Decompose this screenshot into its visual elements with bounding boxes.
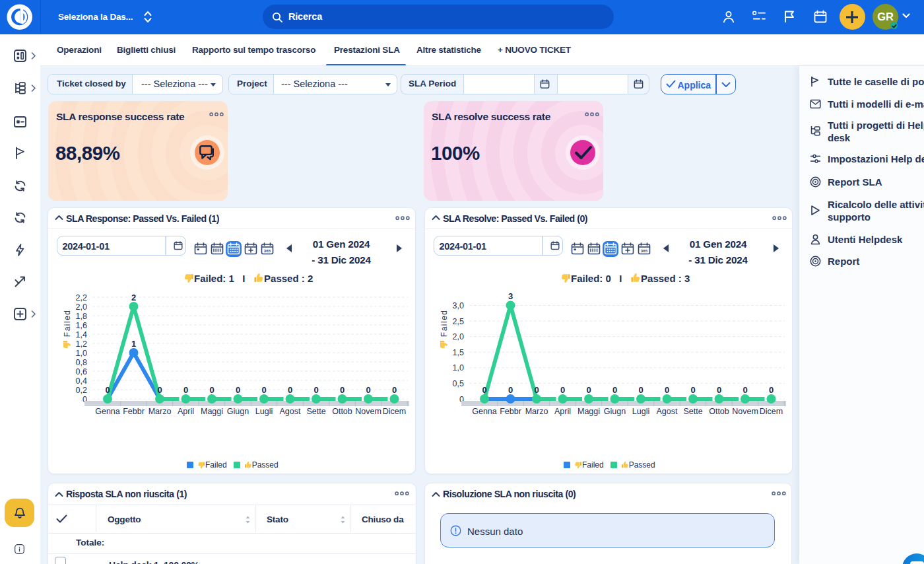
svg-text:0: 0 xyxy=(183,385,188,395)
svg-text:Ottob: Ottob xyxy=(709,407,729,416)
svg-text:0: 0 xyxy=(209,385,214,395)
svg-text:Sette: Sette xyxy=(306,407,325,416)
svg-text:3: 3 xyxy=(508,291,513,301)
svg-text:Marzo: Marzo xyxy=(148,407,172,416)
svg-text:0: 0 xyxy=(638,385,643,395)
svg-text:0,6: 0,6 xyxy=(76,367,87,376)
svg-text:1,0: 1,0 xyxy=(453,363,464,372)
svg-text:0: 0 xyxy=(612,385,617,395)
svg-text:1,0: 1,0 xyxy=(76,349,87,358)
svg-text:Agost: Agost xyxy=(657,407,678,416)
svg-text:0: 0 xyxy=(742,385,747,395)
svg-text:Ottob: Ottob xyxy=(332,407,352,416)
svg-text:0: 0 xyxy=(261,385,266,395)
svg-text:Giugn: Giugn xyxy=(227,407,249,416)
svg-text:Maggi: Maggi xyxy=(201,407,223,416)
svg-text:2,5: 2,5 xyxy=(453,317,464,326)
svg-text:0,8: 0,8 xyxy=(76,358,87,367)
svg-text:0: 0 xyxy=(288,385,292,395)
svg-text:0: 0 xyxy=(717,385,721,395)
svg-text:0: 0 xyxy=(236,385,240,395)
svg-text:Maggi: Maggi xyxy=(578,407,600,416)
svg-text:April: April xyxy=(178,407,194,416)
svg-text:0: 0 xyxy=(534,385,539,395)
svg-text:0: 0 xyxy=(508,385,513,395)
svg-text:Genna: Genna xyxy=(472,407,497,416)
svg-text:0,5: 0,5 xyxy=(453,379,464,388)
svg-text:1,2: 1,2 xyxy=(76,339,87,349)
svg-text:Novem: Novem xyxy=(355,407,381,416)
svg-text:Agost: Agost xyxy=(280,407,301,416)
svg-text:2: 2 xyxy=(131,293,136,302)
svg-text:0: 0 xyxy=(665,385,669,395)
svg-text:Febbr: Febbr xyxy=(123,407,145,416)
svg-text:Giugn: Giugn xyxy=(604,407,626,416)
svg-text:Dicem: Dicem xyxy=(383,407,406,416)
svg-text:0,2: 0,2 xyxy=(76,386,87,395)
svg-text:365: 365 xyxy=(264,248,271,253)
svg-text:Genna: Genna xyxy=(95,407,120,416)
svg-text:0: 0 xyxy=(340,385,345,395)
svg-text:1,6: 1,6 xyxy=(76,321,87,330)
svg-text:0: 0 xyxy=(482,385,486,395)
svg-text:0,4: 0,4 xyxy=(76,376,87,386)
svg-text:Lugli: Lugli xyxy=(632,407,649,416)
svg-text:0: 0 xyxy=(366,385,370,395)
svg-text:1: 1 xyxy=(131,339,136,349)
svg-text:2,0: 2,0 xyxy=(76,302,87,312)
svg-text:0: 0 xyxy=(690,385,695,395)
svg-text:April: April xyxy=(554,407,571,416)
svg-text:0: 0 xyxy=(105,385,110,395)
svg-text:1,5: 1,5 xyxy=(453,348,464,357)
svg-text:Novem: Novem xyxy=(732,407,758,416)
svg-text:2,2: 2,2 xyxy=(76,293,87,302)
svg-text:0: 0 xyxy=(586,385,591,395)
svg-text:2,0: 2,0 xyxy=(453,332,464,341)
svg-text:0: 0 xyxy=(560,385,565,395)
svg-text:Febbr: Febbr xyxy=(500,407,521,416)
svg-text:Lugli: Lugli xyxy=(255,407,273,416)
svg-text:0: 0 xyxy=(769,385,774,395)
svg-text:Dicem: Dicem xyxy=(760,407,783,416)
svg-text:3,0: 3,0 xyxy=(453,301,464,310)
svg-text:0: 0 xyxy=(314,385,318,395)
svg-text:0: 0 xyxy=(392,385,397,395)
svg-text:1,4: 1,4 xyxy=(76,330,87,339)
svg-text:365: 365 xyxy=(641,248,648,253)
svg-text:1,8: 1,8 xyxy=(76,312,87,321)
svg-text:0: 0 xyxy=(157,385,162,395)
svg-text:Sette: Sette xyxy=(683,407,702,416)
svg-text:Marzo: Marzo xyxy=(525,407,548,416)
